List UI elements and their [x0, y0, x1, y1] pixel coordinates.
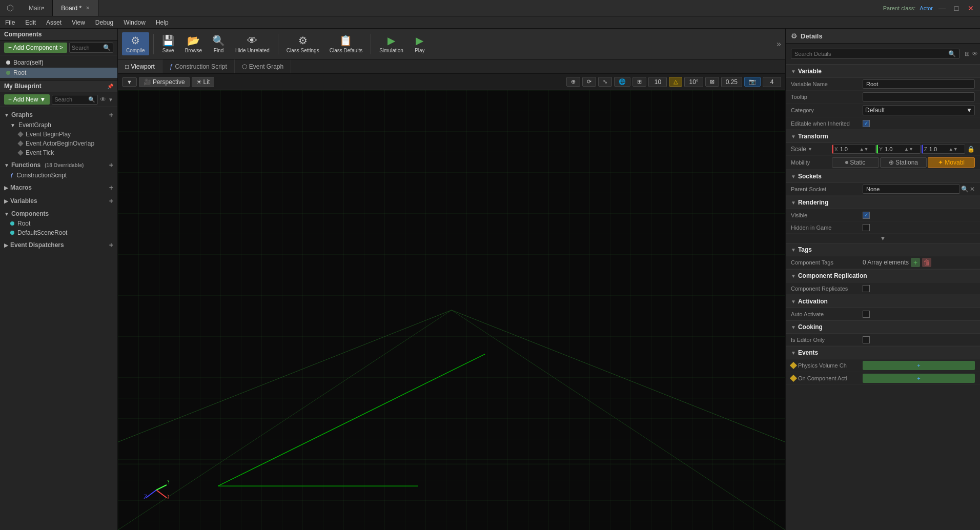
event-graph-item[interactable]: ▼ EventGraph [0, 120, 117, 130]
tab-main[interactable]: Main• [21, 0, 53, 16]
hidden-in-game-checkbox[interactable] [863, 224, 870, 231]
details-grid-icon[interactable]: ⊞ [965, 50, 970, 57]
variable-name-input[interactable] [863, 79, 975, 89]
add-dispatcher-button[interactable]: + [109, 241, 113, 249]
menu-view[interactable]: View [67, 16, 90, 28]
add-component-button[interactable]: + Add Component > [4, 43, 67, 53]
functions-header[interactable]: ▼ Functions (18 Overridable) + [0, 159, 117, 171]
tooltip-input[interactable] [863, 92, 975, 101]
add-component-event-button[interactable]: + [863, 374, 975, 383]
close-tab-icon[interactable]: ✕ [86, 5, 90, 11]
scale-z-field[interactable] [928, 145, 949, 153]
scale-dropdown-icon[interactable]: ▼ [808, 147, 812, 152]
close-btn[interactable]: ✕ [966, 3, 976, 13]
cooking-section-header[interactable]: ▼ Cooking [786, 320, 980, 334]
scale-lock-icon[interactable]: 🔒 [967, 146, 975, 153]
play-button[interactable]: ▶ Play [410, 32, 430, 55]
maximize-btn[interactable]: □ [951, 3, 962, 13]
socket-search-icon[interactable]: 🔍 [961, 186, 969, 193]
add-new-button[interactable]: + Add New ▼ [4, 94, 50, 105]
scale-snap-button[interactable]: ⊠ [705, 77, 719, 87]
tab-board[interactable]: Board * ✕ [53, 0, 98, 16]
events-section-header[interactable]: ▼ Events [786, 346, 980, 359]
event-tick[interactable]: Event Tick [0, 148, 117, 157]
scale-x-field[interactable] [839, 145, 860, 153]
viewport[interactable]: X Y Z [118, 90, 785, 530]
component-search-input[interactable] [72, 45, 103, 51]
tab-event-graph[interactable]: ⬡ Event Graph [235, 59, 291, 73]
component-replicates-checkbox[interactable] [863, 285, 870, 292]
lit-button[interactable]: ☀ Lit [192, 77, 215, 87]
eye-icon[interactable]: 👁 [100, 96, 106, 103]
sockets-section-header[interactable]: ▼ Sockets [786, 170, 980, 183]
blueprint-search-input[interactable] [54, 96, 88, 103]
class-settings-button[interactable]: ⚙ Class Settings [282, 32, 323, 55]
menu-asset[interactable]: Asset [41, 16, 67, 28]
details-eye-icon[interactable]: 👁 [972, 50, 978, 57]
event-beginplay[interactable]: Event BeginPlay [0, 130, 117, 139]
menu-help[interactable]: Help [151, 16, 174, 28]
viewport-dropdown-button[interactable]: ▼ [122, 77, 137, 87]
perspective-button[interactable]: 🎥 Perspective [139, 77, 190, 87]
rendering-section-header[interactable]: ▼ Rendering [786, 196, 980, 209]
mobility-stationary-button[interactable]: ⊕ Stationa [880, 157, 927, 168]
z-arrow-icon[interactable]: ▲▼ [949, 147, 959, 152]
mobility-movable-button[interactable]: ✦ Movabl [928, 157, 975, 168]
components-bp-header[interactable]: ▼ Components [0, 209, 117, 219]
browse-button[interactable]: 📂 Browse [181, 32, 206, 55]
comp-board-self[interactable]: Board(self) [0, 57, 117, 68]
add-function-button[interactable]: + [109, 161, 113, 169]
simulation-button[interactable]: ▶ Simulation [375, 32, 407, 55]
socket-clear-icon[interactable]: ✕ [970, 186, 975, 193]
comp-root-item[interactable]: Root [0, 219, 117, 228]
hide-unrelated-button[interactable]: 👁 Hide Unrelated [231, 33, 274, 55]
find-button[interactable]: 🔍 Find [208, 32, 229, 55]
category-select[interactable]: Default ▼ [863, 105, 975, 115]
construction-script-item[interactable]: ƒ ConstructionScript [0, 171, 117, 180]
toolbar-expand-button[interactable]: » [777, 39, 781, 49]
event-dispatchers-header[interactable]: ▶ Event Dispatchers + [0, 239, 117, 251]
auto-activate-checkbox[interactable] [863, 311, 870, 318]
scale-vp-button[interactable]: ⤡ [598, 77, 612, 87]
variable-section-header[interactable]: ▼ Variable [786, 65, 980, 78]
angle-snap-button[interactable]: △ [669, 77, 682, 87]
macros-header[interactable]: ▶ Macros + [0, 182, 117, 193]
compile-button[interactable]: ⚙ Compile [122, 32, 149, 55]
tab-construction-script[interactable]: ƒ Construction Script [162, 59, 235, 73]
visible-checkbox[interactable] [863, 212, 870, 219]
add-macro-button[interactable]: + [109, 184, 113, 192]
replication-section-header[interactable]: ▼ Component Replication [786, 269, 980, 282]
rendering-expand-icon[interactable]: ▼ [880, 235, 886, 242]
rotate-button[interactable]: ⟳ [582, 77, 596, 87]
activation-section-header[interactable]: ▼ Activation [786, 295, 980, 308]
transform-button[interactable]: ⊕ [566, 77, 580, 87]
editable-checkbox[interactable] [863, 120, 870, 127]
y-arrow-icon[interactable]: ▲▼ [904, 147, 914, 152]
save-button[interactable]: 💾 Save [158, 32, 179, 55]
tab-viewport[interactable]: □ Viewport [118, 59, 162, 73]
tags-section-header[interactable]: ▼ Tags [786, 243, 980, 256]
add-variable-button[interactable]: + [109, 197, 113, 205]
is-editor-only-checkbox[interactable] [863, 336, 870, 343]
menu-debug[interactable]: Debug [90, 16, 118, 28]
class-defaults-button[interactable]: 📋 Class Defaults [325, 32, 366, 55]
menu-file[interactable]: File [0, 16, 20, 28]
graphs-header[interactable]: ▼ Graphs + [0, 109, 117, 120]
menu-edit[interactable]: Edit [20, 16, 41, 28]
add-graph-button[interactable]: + [109, 111, 113, 119]
scale-y-field[interactable] [884, 145, 904, 153]
add-physics-event-button[interactable]: + [863, 361, 975, 370]
mobility-static-button[interactable]: Static [832, 157, 879, 168]
snap-button[interactable]: ⊞ [632, 77, 646, 87]
variables-header[interactable]: ▶ Variables + [0, 195, 117, 207]
chevron-down-icon[interactable]: ▼ [108, 97, 113, 103]
camera-speed-button[interactable]: 📷 [744, 77, 761, 87]
transform-section-header[interactable]: ▼ Transform [786, 130, 980, 143]
minimize-btn[interactable]: — [937, 3, 947, 13]
comp-root[interactable]: Root [0, 68, 117, 78]
event-actoroverlap[interactable]: Event ActorBeginOverlap [0, 139, 117, 148]
delete-tag-button[interactable]: 🗑 [922, 258, 931, 267]
menu-window[interactable]: Window [118, 16, 151, 28]
comp-defaultsceneroot-item[interactable]: DefaultSceneRoot [0, 228, 117, 237]
details-search-input[interactable] [794, 51, 948, 57]
